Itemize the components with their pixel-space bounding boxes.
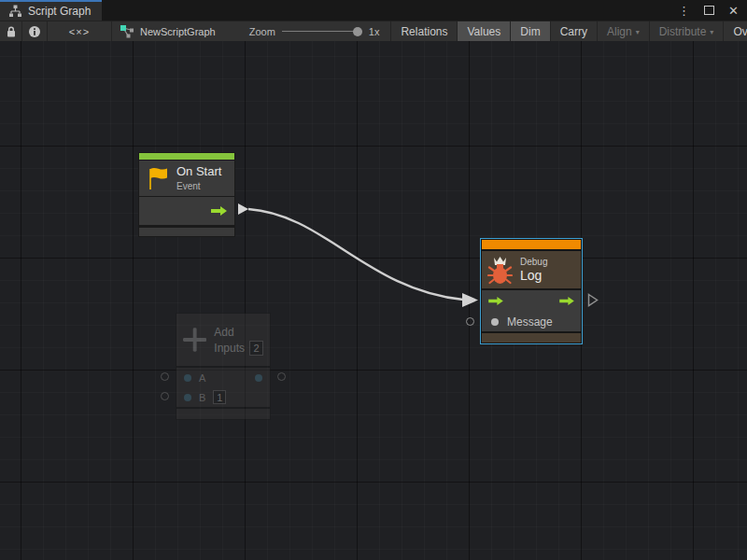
on-start-header: On Start Event	[139, 161, 234, 196]
port-a-input-dot[interactable]	[184, 374, 191, 382]
graph-toolbar: <×> NewScriptGraph Zoom 1x Relations Val…	[0, 21, 747, 41]
plus-icon	[183, 328, 206, 352]
connection-edges-layer	[0, 41, 747, 560]
values-button[interactable]: Values	[458, 21, 510, 41]
graph-asset-button[interactable]: NewScriptGraph	[112, 21, 225, 41]
connection-arrowhead-icon	[462, 293, 478, 307]
sum-output-dot[interactable]	[255, 374, 262, 382]
zoom-slider-track	[282, 31, 362, 32]
flow-external-port-triangle[interactable]	[587, 293, 599, 307]
maximize-icon[interactable]	[704, 6, 714, 15]
zoom-control: Zoom 1x	[249, 21, 380, 41]
message-input-port-dot[interactable]	[491, 318, 499, 326]
chevron-down-icon: ▾	[636, 28, 640, 36]
output-external-circle[interactable]	[277, 372, 286, 381]
message-port-label: Message	[507, 315, 553, 329]
add-node-header: Add Inputs 2	[176, 314, 270, 366]
node-title-line2: Inputs	[214, 342, 245, 355]
port-a-external-circle[interactable]	[161, 372, 169, 381]
flow-output-arrow-icon[interactable]	[210, 205, 228, 217]
port-a-label: A	[199, 372, 205, 384]
lock-icon	[5, 25, 18, 38]
debug-accent-bar	[482, 240, 581, 249]
node-subtitle: Event	[176, 180, 221, 192]
zoom-slider-thumb[interactable]	[353, 27, 362, 36]
graph-asset-icon	[120, 24, 134, 39]
input-count-field[interactable]: 2	[249, 341, 263, 356]
port-b-external-circle[interactable]	[161, 392, 169, 400]
node-footer	[139, 228, 234, 236]
unity-graph-window: Script Graph ⋮ ✕ <×>	[0, 0, 747, 560]
dim-button[interactable]: Dim	[511, 21, 549, 41]
relations-button[interactable]: Relations	[391, 21, 457, 41]
message-external-port-circle[interactable]	[466, 317, 474, 326]
info-icon	[28, 25, 41, 38]
node-debug-log[interactable]: Debug Log Message	[480, 238, 583, 344]
node-title: On Start	[176, 164, 221, 179]
tab-title: Script Graph	[28, 5, 91, 18]
graph-canvas[interactable]: On Start Event	[0, 41, 747, 560]
overview-button[interactable]: Overview	[724, 21, 747, 41]
node-add-dimmed[interactable]: Add Inputs 2 A B 1	[176, 313, 271, 420]
node-footer	[482, 333, 581, 343]
port-b-input-dot[interactable]	[184, 394, 191, 401]
node-title-line1: Add	[214, 324, 263, 341]
close-icon[interactable]: ✕	[728, 5, 739, 17]
code-icon: <×>	[69, 26, 90, 37]
tab-bar: Script Graph ⋮ ✕	[0, 0, 747, 21]
port-b-label: B	[199, 392, 205, 403]
code-view-button[interactable]: <×>	[48, 21, 111, 41]
lock-button[interactable]	[0, 21, 21, 41]
event-accent-bar	[139, 153, 234, 160]
debug-log-ports: Message	[482, 290, 581, 331]
info-button[interactable]	[22, 21, 47, 41]
port-b-value-field[interactable]: 1	[213, 390, 226, 404]
window-controls: ⋮ ✕	[678, 0, 747, 21]
zoom-label: Zoom	[249, 26, 275, 37]
carry-button[interactable]: Carry	[551, 21, 597, 41]
flag-icon	[147, 165, 169, 191]
debug-log-header: Debug Log	[482, 251, 581, 288]
node-footer	[176, 409, 270, 419]
node-category: Debug	[520, 256, 547, 269]
chevron-down-icon: ▾	[710, 28, 713, 36]
on-start-port-row	[139, 197, 234, 225]
graph-asset-name: NewScriptGraph	[140, 26, 216, 37]
node-on-start[interactable]: On Start Event	[138, 152, 235, 237]
kebab-menu-icon[interactable]: ⋮	[678, 5, 690, 17]
flow-input-arrow-icon[interactable]	[487, 296, 504, 306]
connection-edge[interactable]	[248, 209, 463, 300]
tab-script-graph[interactable]: Script Graph	[0, 0, 102, 21]
script-graph-icon	[8, 5, 22, 18]
port-row-b: B 1	[176, 387, 270, 407]
zoom-slider[interactable]	[282, 21, 362, 42]
distribute-button[interactable]: Distribute▾	[650, 21, 724, 41]
port-row-a: A	[176, 368, 270, 387]
bug-icon	[487, 256, 513, 285]
align-button[interactable]: Align▾	[598, 21, 649, 41]
flow-output-port-triangle[interactable]	[238, 203, 248, 215]
zoom-value: 1x	[369, 26, 380, 37]
flow-output-arrow-icon[interactable]	[558, 296, 575, 306]
node-title: Log	[520, 269, 547, 283]
